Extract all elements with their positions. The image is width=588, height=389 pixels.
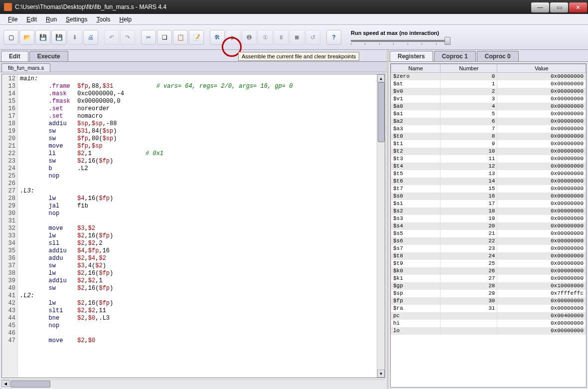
assemble-button[interactable]: 🛠 (210, 30, 225, 45)
cut-icon: ✂ (146, 34, 151, 41)
register-row[interactable]: $t4120x00000000 (391, 163, 586, 170)
tab-coproc-1[interactable]: Coproc 1 (434, 51, 476, 61)
step-back-button[interactable]: ① (258, 30, 273, 45)
register-row[interactable]: $t080x00000000 (391, 133, 586, 140)
toolbar: ▢ 📂 💾 💾 ⬇ 🖨 ↶ ↷ ✂ ❏ 📋 📝 🛠 ▶ ➊ ① ⏸ ⏹ ↺ ? … (0, 25, 588, 50)
find-button[interactable]: 📝 (189, 30, 204, 45)
register-row[interactable]: $t7150x00000000 (391, 185, 586, 193)
reset-button[interactable]: ↺ (305, 30, 320, 45)
register-row[interactable]: $zero00x00000000 (391, 73, 586, 80)
register-row[interactable]: $gp280x10008000 (391, 282, 586, 290)
menu-file[interactable]: File (4, 15, 21, 24)
minimize-button[interactable]: — (531, 2, 549, 12)
menu-help[interactable]: Help (115, 15, 136, 24)
save-button[interactable]: 💾 (35, 30, 50, 45)
help-icon: ? (332, 34, 335, 41)
titlebar: C:\Users\Thomas\Desktop\fib\fib_fun_mars… (0, 0, 588, 14)
register-row[interactable]: $t2100x00000000 (391, 148, 586, 155)
register-row[interactable]: $s1170x00000000 (391, 200, 586, 207)
reg-header[interactable]: Number (441, 64, 497, 73)
register-row[interactable]: $ra310x00000000 (391, 305, 586, 312)
code-editor[interactable]: 12 13 14 15 16 17 18 19 20 21 22 23 24 2… (1, 74, 385, 378)
redo-button[interactable]: ↷ (120, 30, 135, 45)
app-icon (4, 3, 12, 11)
register-row[interactable]: $v130x00000000 (391, 95, 586, 103)
register-row[interactable]: $t3110x00000000 (391, 155, 586, 163)
register-row[interactable]: $k0260x00000000 (391, 267, 586, 275)
file-tab[interactable]: fib_fun_mars.s (1, 63, 50, 72)
register-row[interactable]: pc0x00400000 (391, 312, 586, 320)
register-row[interactable]: $t9250x00000000 (391, 260, 586, 267)
print-button[interactable]: 🖨 (83, 30, 98, 45)
scroll-down-arrow[interactable]: ▾ (377, 370, 385, 378)
save-icon: 💾 (39, 34, 47, 41)
open-button[interactable]: 📂 (19, 30, 34, 45)
menu-run[interactable]: Run (42, 15, 61, 24)
register-row[interactable]: $t6140x00000000 (391, 178, 586, 185)
vertical-scrollbar[interactable]: ▴ ▾ (377, 74, 385, 378)
paste-icon: 📋 (177, 34, 184, 41)
undo-button[interactable]: ↶ (104, 30, 119, 45)
register-table: NameNumberValue$zero00x00000000$at10x000… (390, 63, 587, 388)
new-button[interactable]: ▢ (3, 30, 18, 45)
register-row[interactable]: $s2180x00000000 (391, 207, 586, 215)
hscroll-thumb[interactable] (10, 381, 50, 388)
register-row[interactable]: $a260x00000000 (391, 118, 586, 125)
close-button[interactable]: ✕ (569, 2, 587, 12)
register-row[interactable]: $fp300x00000000 (391, 297, 586, 305)
scroll-left-arrow[interactable]: ◂ (1, 380, 9, 387)
save-as-button[interactable]: 💾 (51, 30, 66, 45)
register-row[interactable]: $s7230x00000000 (391, 245, 586, 252)
register-row[interactable]: $t5130x00000000 (391, 170, 586, 178)
tab-execute[interactable]: Execute (29, 51, 68, 61)
find-icon: 📝 (193, 34, 200, 41)
register-row[interactable]: $s6220x00000000 (391, 237, 586, 245)
register-row[interactable]: $a370x00000000 (391, 125, 586, 133)
register-row[interactable]: $s4200x00000000 (391, 222, 586, 230)
menu-edit[interactable]: Edit (22, 15, 41, 24)
dump-button[interactable]: ⬇ (67, 30, 82, 45)
register-row[interactable]: $at10x00000000 (391, 80, 586, 88)
cut-button[interactable]: ✂ (141, 30, 156, 45)
scroll-thumb[interactable] (378, 82, 385, 142)
register-row[interactable]: $a040x00000000 (391, 103, 586, 110)
right-tabset: RegistersCoproc 1Coproc 0 (389, 50, 588, 62)
register-row[interactable]: $s0160x00000000 (391, 193, 586, 200)
register-row[interactable]: $s3190x00000000 (391, 215, 586, 222)
register-row[interactable]: $s5210x00000000 (391, 230, 586, 237)
run-button[interactable]: ▶ (226, 30, 241, 45)
register-row[interactable]: lo0x00000000 (391, 327, 586, 335)
maximize-button[interactable]: ▭ (550, 2, 568, 12)
code-area[interactable]: main: .frame $fp,88,$31 # vars= 64, regs… (18, 74, 377, 378)
tab-coproc-0[interactable]: Coproc 0 (477, 51, 519, 61)
copy-button[interactable]: ❏ (157, 30, 172, 45)
folder-open-icon: 📂 (23, 34, 31, 41)
speed-slider[interactable] (351, 40, 450, 42)
register-row[interactable]: hi0x00000000 (391, 320, 586, 327)
pause-icon: ⏸ (278, 34, 284, 41)
menu-tools[interactable]: Tools (92, 15, 114, 24)
window-title: C:\Users\Thomas\Desktop\fib\fib_fun_mars… (15, 3, 531, 10)
slider-thumb[interactable] (444, 37, 450, 45)
step-button[interactable]: ➊ (242, 30, 257, 45)
horizontal-scrollbar[interactable]: ◂ (1, 380, 385, 388)
line-gutter: 12 13 14 15 16 17 18 19 20 21 22 23 24 2… (2, 74, 18, 378)
tab-registers[interactable]: Registers (390, 51, 433, 61)
reg-header[interactable]: Value (497, 64, 586, 73)
register-row[interactable]: $k1270x00000000 (391, 275, 586, 282)
register-row[interactable]: $sp290x7fffeffc (391, 290, 586, 297)
register-row[interactable]: $a150x00000000 (391, 110, 586, 118)
paste-button[interactable]: 📋 (173, 30, 188, 45)
register-row[interactable]: $t8240x00000000 (391, 252, 586, 260)
stop-button[interactable]: ⏹ (290, 30, 304, 45)
tab-edit[interactable]: Edit (1, 51, 28, 61)
speed-slider-label: Run speed at max (no interaction) (351, 30, 450, 36)
register-row[interactable]: $v020x00000000 (391, 88, 586, 95)
register-row[interactable]: $t190x00000000 (391, 140, 586, 148)
pause-button[interactable]: ⏸ (274, 30, 289, 45)
menu-settings[interactable]: Settings (62, 15, 91, 24)
scroll-up-arrow[interactable]: ▴ (377, 74, 385, 82)
reg-header[interactable]: Name (391, 64, 441, 73)
redo-icon: ↷ (125, 34, 130, 41)
help-button[interactable]: ? (326, 30, 341, 45)
